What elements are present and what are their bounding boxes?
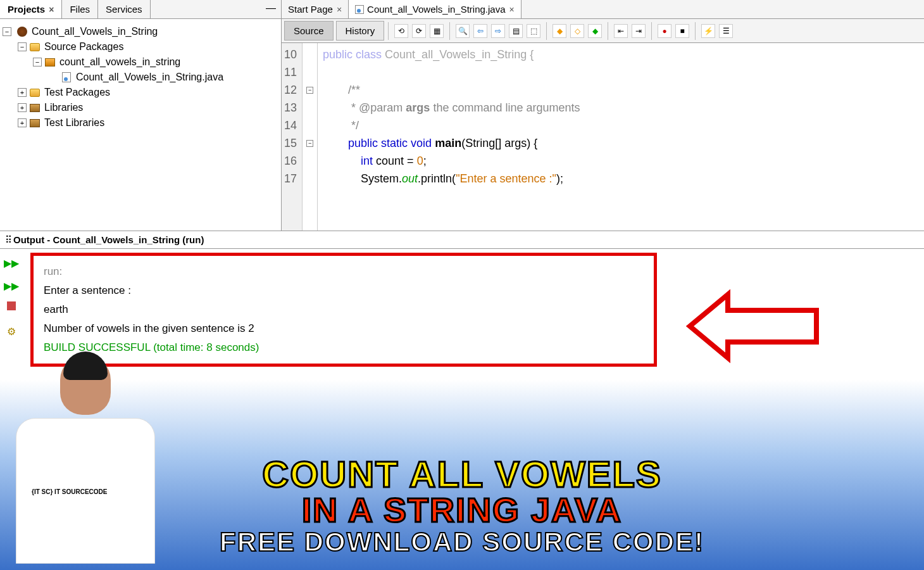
output-highlight-box: run: Enter a sentence : earth Number of … — [30, 253, 657, 367]
close-icon[interactable]: × — [49, 4, 54, 15]
fold-icon[interactable]: − — [306, 87, 313, 94]
output-line: earth — [44, 300, 644, 319]
toolbar-icon[interactable]: ⬚ — [527, 24, 540, 38]
tree-label: Source Packages — [44, 41, 123, 53]
library-icon — [30, 119, 40, 127]
toolbar-icon[interactable]: ⇥ — [632, 24, 646, 38]
expander-icon[interactable]: + — [18, 103, 27, 112]
library-icon — [30, 104, 40, 112]
tree-package[interactable]: − count_all_vowels_in_string — [3, 54, 278, 70]
editor-toolbar: Source History ⟲ ⟳ ▦ 🔍 ⇦ ⇨ ▤ ⬚ ◆ ◇ ◆ ⇤ ⇥… — [282, 19, 924, 43]
tree-label: Libraries — [44, 102, 83, 113]
fold-icon[interactable]: − — [306, 140, 313, 147]
tree-project-root[interactable]: − Count_all_Vowels_in_String — [3, 24, 278, 39]
shirt-logo: {IT SC} IT SOURCECODE — [32, 488, 107, 495]
settings-icon[interactable]: ⚙ — [3, 322, 20, 340]
tree-label: Test Packages — [44, 87, 110, 98]
tab-start-page[interactable]: Start Page× — [282, 0, 349, 18]
toolbar-icon[interactable]: ☰ — [719, 24, 733, 38]
code-editor[interactable]: 1011121314151617 −− public class Count_a… — [282, 43, 924, 231]
prev-icon[interactable]: ⇦ — [473, 24, 487, 38]
tree-libraries[interactable]: + Libraries — [3, 100, 278, 115]
person-photo: {IT SC} IT SOURCECODE — [13, 355, 158, 570]
toolbar-icon[interactable]: ⟳ — [412, 24, 426, 38]
toolbar-icon[interactable]: ◆ — [553, 24, 566, 38]
find-icon[interactable]: 🔍 — [456, 24, 470, 38]
tree-label: Count_all_Vowels_in_String — [32, 26, 158, 37]
expander-icon[interactable]: + — [18, 118, 27, 127]
record-icon[interactable]: ● — [658, 24, 671, 38]
expander-icon[interactable]: − — [18, 42, 27, 51]
line-numbers: 1011121314151617 — [282, 43, 303, 231]
source-button[interactable]: Source — [284, 21, 334, 41]
editor-tabs: Start Page× Count_all_Vowels_in_String.j… — [282, 0, 924, 19]
output-line: run: — [44, 262, 644, 281]
folder-icon — [30, 43, 40, 51]
output-line: Number of vowels in the given sentence i… — [44, 319, 644, 338]
output-title: Output - Count_all_Vowels_in_String (run… — [13, 234, 204, 245]
toolbar-icon[interactable]: ◇ — [570, 24, 584, 38]
next-icon[interactable]: ⇨ — [491, 24, 505, 38]
editor-panel: Start Page× Count_all_Vowels_in_String.j… — [282, 0, 924, 231]
tab-projects[interactable]: Projects× — [0, 0, 62, 18]
tree-label: count_all_vowels_in_string — [59, 56, 180, 68]
promo-title-1: COUNT ALL VOWELS — [220, 453, 704, 495]
tab-files[interactable]: Files — [62, 0, 98, 18]
stop-button[interactable] — [3, 300, 20, 317]
promo-title-3: FREE DOWNLOAD SOURCE CODE! — [220, 527, 704, 557]
projects-panel: Projects× Files Services — − Count_all_V… — [0, 0, 282, 231]
tree-java-file[interactable]: Count_all_Vowels_in_String.java — [3, 70, 278, 85]
rerun-button[interactable]: ▶▶ — [3, 254, 20, 272]
stop-icon[interactable]: ■ — [675, 24, 689, 38]
project-tree: − Count_all_Vowels_in_String − Source Pa… — [0, 19, 281, 136]
expander-icon[interactable]: − — [3, 27, 11, 36]
fold-gutter: −− — [303, 43, 318, 231]
tree-source-packages[interactable]: − Source Packages — [3, 39, 278, 54]
tree-label: Test Libraries — [44, 117, 104, 129]
code-content: public class Count_all_Vowels_in_String … — [318, 43, 580, 231]
project-icon — [17, 27, 27, 37]
promo-title-2: IN A STRING JAVA — [220, 490, 704, 529]
rerun-button[interactable]: ▶▶ — [3, 277, 20, 294]
toolbar-icon[interactable]: ⇤ — [614, 24, 628, 38]
arrow-annotation — [646, 285, 823, 370]
tab-java-file[interactable]: Count_all_Vowels_in_String.java× — [349, 0, 521, 18]
java-file-icon — [355, 5, 364, 14]
output-header: ⠿Output - Count_all_Vowels_in_String (ru… — [0, 231, 924, 249]
toolbar-icon[interactable]: ⚡ — [701, 24, 715, 38]
toolbar-icon[interactable]: ▤ — [509, 24, 523, 38]
toolbar-icon[interactable]: ⟲ — [394, 24, 408, 38]
output-line: Enter a sentence : — [44, 281, 644, 300]
tree-test-libraries[interactable]: + Test Libraries — [3, 115, 278, 130]
tree-label: Count_all_Vowels_in_String.java — [76, 72, 223, 83]
close-icon[interactable]: × — [509, 4, 515, 15]
expander-icon[interactable]: + — [18, 88, 27, 97]
left-panel-tabs: Projects× Files Services — — [0, 0, 281, 19]
package-icon — [45, 58, 55, 66]
history-button[interactable]: History — [336, 21, 385, 41]
expander-icon[interactable]: − — [33, 58, 42, 66]
toolbar-icon[interactable]: ▦ — [430, 24, 444, 38]
java-file-icon — [62, 72, 71, 82]
tab-services[interactable]: Services — [98, 0, 151, 18]
tree-test-packages[interactable]: + Test Packages — [3, 85, 278, 100]
folder-icon — [30, 89, 40, 97]
close-icon[interactable]: × — [337, 4, 342, 15]
toolbar-icon[interactable]: ◆ — [588, 24, 602, 38]
minimize-button[interactable]: — — [261, 0, 281, 18]
